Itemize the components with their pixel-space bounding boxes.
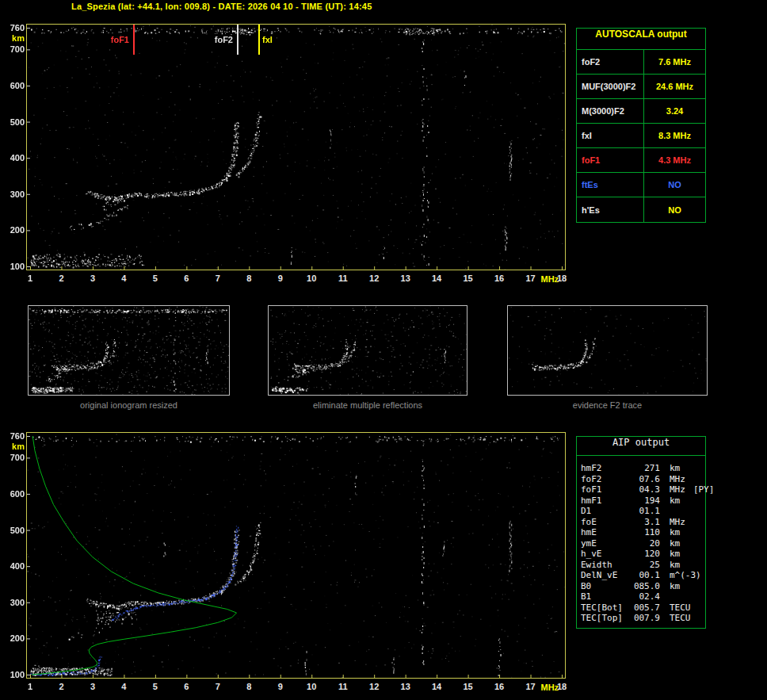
x-axis-tick-label: 12 [363, 682, 385, 691]
y-axis-tick-label: 400 [2, 153, 25, 163]
x-axis-tick-label: 4 [113, 682, 135, 691]
autoscala-param-label: foF1 [577, 148, 644, 172]
x-axis-tick-label: 5 [144, 682, 166, 691]
x-axis-tick-label: 13 [395, 682, 417, 691]
aip-row: hmF1194km [581, 495, 701, 507]
x-axis-unit-label: MHz [541, 683, 559, 692]
aip-param-value: 194 [628, 495, 660, 506]
autoscala-param-value: 24.6 MHz [644, 75, 705, 98]
aip-row: TEC[Top]007.9TECU [581, 613, 701, 624]
ionogram-plot-bottom [26, 432, 566, 679]
aip-param-value: 01.1 [628, 506, 660, 516]
x-axis-tick-label: 3 [82, 682, 104, 691]
aip-param-unit: km [670, 581, 680, 591]
autoscala-param-label: MUF(3000)F2 [577, 75, 644, 98]
autoscala-row: M(3000)F23.24 [577, 99, 705, 124]
aip-row: DelN_vE00.1m^(-3) [581, 570, 701, 581]
aip-param-name: hmF2 [581, 463, 628, 473]
thumbnail-evidence-f2-trace [507, 305, 708, 396]
y-axis-tick-label: 200 [2, 225, 25, 235]
aip-row: h_vE120km [581, 549, 701, 560]
autoscala-row: foF14.3 MHz [577, 148, 705, 173]
autoscala-panel: AUTOSCALA output foF27.6 MHzMUF(3000)F22… [576, 28, 706, 223]
y-axis-tick-label: 100 [2, 670, 25, 679]
x-axis-tick-label: 2 [50, 273, 72, 283]
autoscala-row: h'EsNO [577, 197, 705, 222]
aip-param-name: hmE [581, 527, 628, 537]
aip-param-unit: km [670, 538, 680, 549]
ionogram-canvas-top [27, 25, 565, 270]
marker-label-fof2: foF2 [204, 35, 233, 44]
screen: La_Spezia (lat: +44.1, lon: 009.8) - DAT… [0, 0, 767, 700]
aip-param-name: foE [581, 517, 628, 527]
x-axis-tick-label: 2 [50, 682, 72, 691]
aip-param-value: 271 [628, 463, 660, 473]
aip-param-name: TEC[Bot] [581, 602, 628, 613]
thumbnail-canvas-eliminate-reflections [269, 306, 467, 395]
autoscala-param-value: NO [644, 173, 705, 197]
x-axis-tick-label: 9 [269, 273, 292, 283]
aip-param-unit: km [670, 495, 680, 506]
aip-param-name: B0 [581, 581, 628, 591]
ionogram-plot-top: foF1foF2fxI [26, 24, 566, 270]
x-axis-tick-label: 7 [207, 682, 229, 691]
autoscala-param-value: 3.24 [644, 99, 705, 123]
autoscala-row: ftEsNO [577, 173, 705, 197]
aip-param-value: 005.7 [628, 602, 660, 613]
thumbnail-original-ionogram [28, 305, 230, 396]
autoscala-param-value: 4.3 MHz [644, 148, 705, 172]
y-axis-tick-label: 760 [2, 23, 25, 33]
aip-row: foE3.1MHz [581, 517, 701, 528]
y-axis-unit-label: km [2, 442, 25, 451]
aip-param-name: DelN_vE [581, 570, 628, 580]
aip-param-value: 085.0 [628, 581, 660, 591]
y-axis-tick-label: 100 [2, 262, 25, 271]
y-axis-tick-label: 760 [2, 431, 25, 441]
aip-param-name: D1 [581, 506, 628, 516]
x-axis-tick-label: 12 [363, 273, 385, 283]
x-axis-tick-label: 15 [457, 273, 479, 283]
aip-param-unit: m^(-3) [670, 570, 701, 580]
x-axis-tick-label: 13 [395, 273, 417, 283]
aip-param-name: TEC[Top] [581, 613, 628, 623]
aip-param-unit: TECU [670, 602, 691, 613]
aip-param-unit: km [670, 527, 680, 537]
aip-param-name: foF1 [581, 484, 628, 495]
x-axis-tick-label: 3 [82, 273, 104, 283]
aip-param-value: 007.9 [628, 613, 660, 623]
x-axis-tick-label: 11 [332, 273, 354, 283]
aip-param-unit: MHz [670, 474, 685, 484]
aip-param-unit: km [670, 463, 680, 473]
aip-row: Ewidth25km [581, 560, 701, 571]
marker-line-fxi [258, 25, 260, 55]
aip-param-unit: TECU [670, 613, 691, 623]
aip-param-value: 02.4 [628, 591, 660, 602]
autoscala-param-label: h'Es [577, 197, 644, 222]
aip-param-value: 20 [628, 538, 660, 549]
y-axis-tick-label: 700 [2, 453, 25, 462]
autoscala-param-label: M(3000)F2 [577, 99, 644, 123]
x-axis-tick-label: 5 [144, 273, 166, 283]
y-axis-tick-label: 600 [2, 489, 25, 499]
thumbnail-caption-evidence-f2: evidence F2 trace [507, 400, 708, 410]
aip-row: D101.1 [581, 506, 701, 517]
ionogram-canvas-bottom [27, 433, 565, 678]
autoscala-param-label: foF2 [577, 50, 644, 74]
aip-row: foF104.3MHz[PY] [581, 484, 701, 495]
aip-param-value: 120 [628, 549, 660, 559]
marker-line-fof2 [237, 25, 238, 55]
y-axis-tick-label: 400 [2, 561, 25, 571]
x-axis-tick-label: 4 [113, 273, 135, 283]
aip-param-value: 07.6 [628, 474, 660, 484]
thumbnail-caption-eliminate-reflections: eliminate multiple reflections [268, 400, 467, 410]
aip-param-note: [PY] [693, 484, 715, 495]
y-axis-tick-label: 500 [2, 117, 25, 127]
y-axis-unit-label: km [2, 33, 25, 43]
x-axis-tick-label: 10 [300, 273, 322, 283]
aip-param-unit: MHz [670, 484, 685, 495]
autoscala-param-value: 7.6 MHz [644, 50, 705, 74]
x-axis-tick-label: 10 [300, 682, 322, 691]
x-axis-tick-label: 7 [207, 273, 229, 283]
x-axis-tick-label: 14 [425, 273, 448, 283]
aip-row: foF207.6MHz [581, 474, 701, 485]
